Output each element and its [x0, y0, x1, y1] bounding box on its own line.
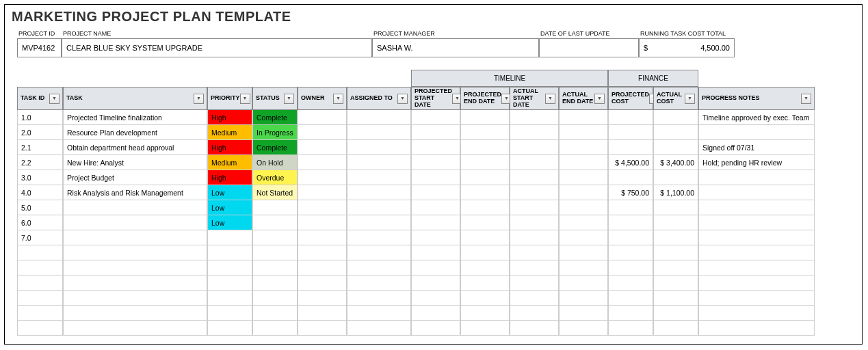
cell-priority[interactable]: High	[207, 110, 252, 125]
cell-projected_cost[interactable]: $ 4,500.00	[608, 155, 653, 170]
cell-projected_start[interactable]	[411, 215, 460, 230]
value-project-manager[interactable]: SASHA W.	[372, 38, 539, 57]
cell-status[interactable]	[252, 291, 298, 306]
filter-icon[interactable]	[194, 94, 204, 104]
cell-projected_cost[interactable]: $ 750.00	[608, 185, 653, 200]
cell-priority[interactable]: High	[207, 170, 252, 185]
cell-task[interactable]: Projected Timeline finalization	[63, 110, 207, 125]
cell-task_id[interactable]	[17, 245, 63, 260]
cell-progress_notes[interactable]: Timeline approved by exec. Team	[698, 110, 815, 125]
filter-icon[interactable]	[49, 94, 60, 104]
cell-assigned_to[interactable]	[347, 260, 411, 275]
cell-projected_end[interactable]	[460, 140, 510, 155]
filter-icon[interactable]	[545, 94, 555, 104]
cell-projected_end[interactable]	[460, 200, 510, 215]
cell-progress_notes[interactable]	[698, 245, 815, 260]
cell-projected_end[interactable]	[460, 215, 510, 230]
cell-projected_start[interactable]	[411, 110, 460, 125]
cell-owner[interactable]	[298, 275, 347, 291]
cell-actual_cost[interactable]	[653, 200, 698, 215]
cell-task[interactable]: Risk Analysis and Risk Management	[63, 185, 207, 200]
cell-actual_start[interactable]	[510, 125, 559, 140]
cell-projected_cost[interactable]	[608, 275, 653, 291]
cell-task[interactable]	[63, 260, 207, 275]
cell-task_id[interactable]: 2.2	[17, 155, 63, 170]
cell-assigned_to[interactable]	[347, 291, 411, 306]
cell-task_id[interactable]: 7.0	[17, 230, 63, 245]
cell-task[interactable]	[63, 215, 207, 230]
cell-actual_start[interactable]	[510, 185, 559, 200]
cell-progress_notes[interactable]	[698, 200, 815, 215]
cell-task_id[interactable]: 1.0	[17, 110, 63, 125]
cell-status[interactable]	[252, 275, 298, 291]
cell-progress_notes[interactable]	[698, 170, 815, 185]
cell-status[interactable]	[252, 306, 298, 321]
cell-actual_cost[interactable]	[653, 275, 698, 291]
cell-actual_end[interactable]	[559, 200, 608, 215]
cell-task[interactable]	[63, 321, 207, 336]
cell-actual_end[interactable]	[559, 125, 608, 140]
cell-actual_cost[interactable]: $ 3,400.00	[653, 155, 698, 170]
cell-task_id[interactable]	[17, 306, 63, 321]
value-project-name[interactable]: CLEAR BLUE SKY SYSTEM UPGRADE	[62, 38, 372, 57]
cell-status[interactable]	[252, 200, 298, 215]
cell-projected_end[interactable]	[460, 291, 510, 306]
cell-actual_cost[interactable]	[653, 230, 698, 245]
cell-projected_cost[interactable]	[608, 321, 653, 336]
filter-icon[interactable]	[240, 94, 250, 104]
cell-task_id[interactable]: 3.0	[17, 170, 63, 185]
cell-actual_end[interactable]	[559, 321, 608, 336]
cell-actual_end[interactable]	[559, 110, 608, 125]
cell-projected_start[interactable]	[411, 170, 460, 185]
cell-projected_start[interactable]	[411, 125, 460, 140]
cell-projected_end[interactable]	[460, 185, 510, 200]
cell-projected_start[interactable]	[411, 245, 460, 260]
cell-progress_notes[interactable]	[698, 321, 815, 336]
cell-actual_end[interactable]	[559, 185, 608, 200]
cell-status[interactable]: Overdue	[252, 170, 298, 185]
cell-progress_notes[interactable]	[698, 291, 815, 306]
cell-projected_end[interactable]	[460, 321, 510, 336]
cell-priority[interactable]	[207, 245, 252, 260]
cell-actual_start[interactable]	[510, 155, 559, 170]
filter-icon[interactable]	[397, 94, 408, 104]
cell-status[interactable]: Not Started	[252, 185, 298, 200]
cell-actual_end[interactable]	[559, 291, 608, 306]
cell-status[interactable]: On Hold	[252, 155, 298, 170]
filter-icon[interactable]	[333, 94, 343, 104]
cell-actual_end[interactable]	[559, 140, 608, 155]
cell-actual_start[interactable]	[510, 110, 559, 125]
cell-projected_cost[interactable]	[608, 260, 653, 275]
cell-projected_start[interactable]	[411, 155, 460, 170]
cell-assigned_to[interactable]	[347, 110, 411, 125]
cell-projected_end[interactable]	[460, 125, 510, 140]
cell-owner[interactable]	[298, 215, 347, 230]
cell-projected_end[interactable]	[460, 306, 510, 321]
cell-task_id[interactable]: 6.0	[17, 215, 63, 230]
cell-status[interactable]	[252, 215, 298, 230]
cell-owner[interactable]	[298, 170, 347, 185]
cell-actual_end[interactable]	[559, 230, 608, 245]
cell-assigned_to[interactable]	[347, 245, 411, 260]
cell-owner[interactable]	[298, 155, 347, 170]
cell-actual_cost[interactable]	[653, 140, 698, 155]
cell-actual_start[interactable]	[510, 215, 559, 230]
cell-actual_start[interactable]	[510, 170, 559, 185]
cell-task_id[interactable]	[17, 275, 63, 291]
cell-actual_start[interactable]	[510, 275, 559, 291]
cell-task[interactable]: New Hire: Analyst	[63, 155, 207, 170]
cell-status[interactable]	[252, 245, 298, 260]
cell-actual_cost[interactable]	[653, 321, 698, 336]
cell-actual_cost[interactable]	[653, 306, 698, 321]
cell-progress_notes[interactable]: Hold; pending HR review	[698, 155, 815, 170]
cell-priority[interactable]	[207, 321, 252, 336]
value-project-id[interactable]: MVP4162	[17, 38, 62, 57]
cell-owner[interactable]	[298, 140, 347, 155]
cell-projected_cost[interactable]	[608, 110, 653, 125]
filter-icon[interactable]	[801, 94, 811, 104]
cell-projected_end[interactable]	[460, 260, 510, 275]
cell-projected_cost[interactable]	[608, 125, 653, 140]
cell-projected_start[interactable]	[411, 230, 460, 245]
cell-task_id[interactable]: 4.0	[17, 185, 63, 200]
cell-projected_start[interactable]	[411, 260, 460, 275]
